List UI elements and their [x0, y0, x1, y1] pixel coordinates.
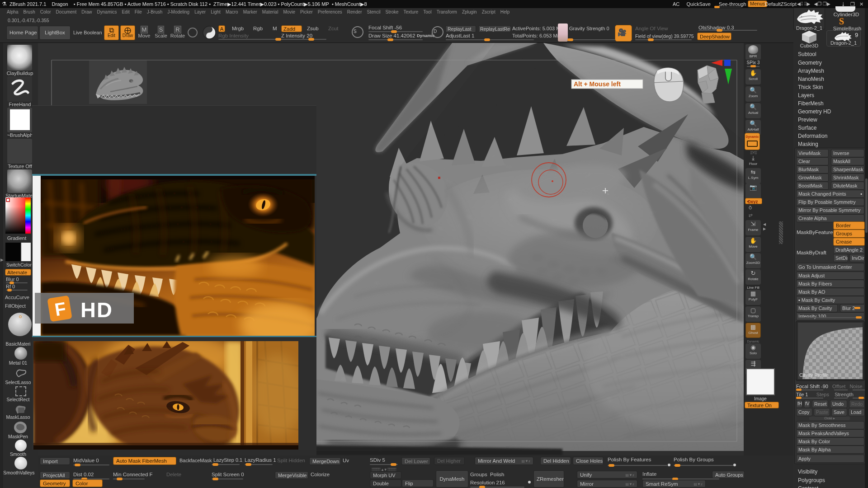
svg-text:Alt + Mouse left: Alt + Mouse left	[574, 80, 621, 88]
